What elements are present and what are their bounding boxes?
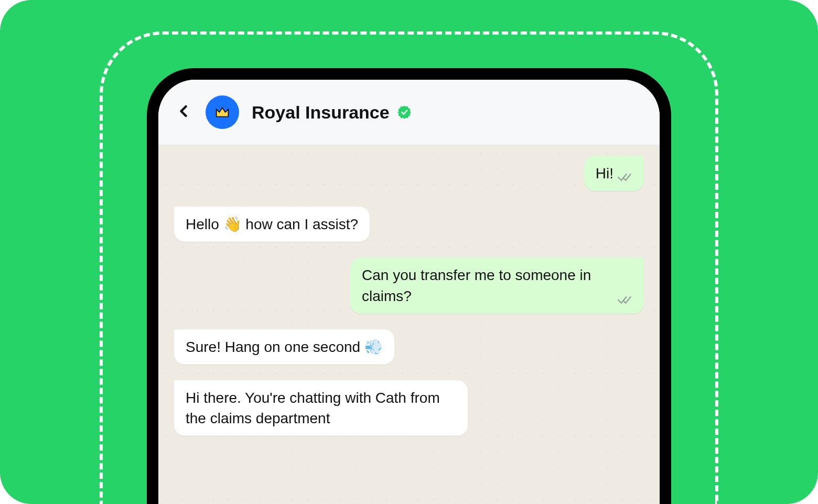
phone-mockup: Royal Insurance Hi! (147, 68, 671, 504)
message-text: Sure! Hang on one second 💨 (186, 339, 383, 355)
message-sent: Hi! (584, 156, 644, 191)
message-received: Hi there. You're chatting with Cath from… (174, 380, 468, 436)
chevron-left-icon (174, 102, 193, 121)
read-ticks-icon (618, 295, 632, 305)
message-received: Sure! Hang on one second 💨 (174, 329, 394, 364)
message-row: Hi there. You're chatting with Cath from… (174, 380, 644, 436)
message-sent: Can you transfer me to someone in claims… (350, 258, 644, 313)
message-text: Hi! (596, 163, 614, 184)
verified-badge-icon (397, 105, 412, 120)
chat-header: Royal Insurance (158, 80, 660, 145)
avatar[interactable] (206, 95, 239, 129)
back-button[interactable] (174, 100, 193, 125)
chat-title-row: Royal Insurance (252, 102, 412, 123)
message-text: Hi there. You're chatting with Cath from… (186, 390, 440, 426)
message-text: Can you transfer me to someone in claims… (362, 265, 614, 306)
message-row: Hi! (174, 156, 644, 191)
chat-body[interactable]: Hi! Hello 👋 how can I assist? Can you tr… (158, 145, 660, 504)
message-row: Sure! Hang on one second 💨 (174, 329, 644, 364)
message-row: Can you transfer me to someone in claims… (174, 258, 644, 313)
message-row: Hello 👋 how can I assist? (174, 207, 644, 242)
message-text: Hello 👋 how can I assist? (186, 216, 358, 232)
message-received: Hello 👋 how can I assist? (174, 207, 370, 242)
phone-screen: Royal Insurance Hi! (158, 80, 660, 504)
read-ticks-icon (618, 172, 632, 183)
chat-title: Royal Insurance (252, 102, 390, 123)
promo-frame: Royal Insurance Hi! (0, 0, 818, 504)
crown-icon (213, 103, 231, 121)
